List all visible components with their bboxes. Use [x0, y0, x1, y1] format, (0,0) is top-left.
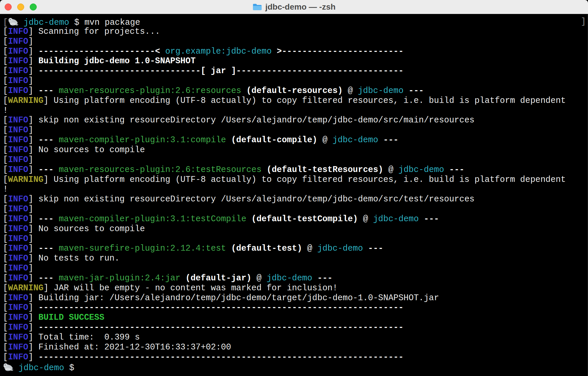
text-segment: ]: [28, 37, 33, 46]
text-segment: [226, 135, 231, 145]
terminal-line: jdbc-demo $: [3, 362, 588, 372]
close-button[interactable]: [5, 3, 12, 10]
text-segment: !: [3, 185, 8, 194]
text-segment: [241, 86, 246, 96]
terminal-line: [INFO] No sources to compile: [3, 145, 588, 155]
terminal-line: [INFO] -----------------------< org.exam…: [3, 47, 588, 57]
text-segment: ] No tests to run.: [28, 254, 119, 263]
text-segment: [ jar ]: [201, 66, 236, 76]
text-segment: ] Using platform encoding (UTF-8 actuall…: [43, 96, 566, 106]
terminal-line: [INFO] ---------------------------------…: [3, 303, 588, 313]
text-segment: ---: [363, 244, 383, 253]
terminal-line: [INFO] No tests to run.: [3, 254, 588, 263]
text-segment: (default-testResources): [267, 165, 383, 175]
terminal-line: [INFO] ---------------------------------…: [3, 352, 588, 362]
terminal-line: [WARNING] JAR will be empty - no content…: [3, 283, 588, 293]
text-segment: [: [3, 135, 8, 145]
text-segment: ----------------------------------------…: [38, 303, 404, 312]
text-segment: [226, 244, 231, 253]
text-segment: maven-compiler-plugin:3.1:compile: [59, 135, 226, 145]
text-segment: INFO: [8, 135, 28, 145]
terminal-line: [INFO] No sources to compile: [3, 224, 588, 234]
text-segment: ]: [28, 204, 33, 214]
text-segment: INFO: [8, 37, 28, 46]
text-segment: jdbc-demo: [332, 135, 378, 145]
text-segment: ] JAR will be empty - no content was mar…: [43, 283, 337, 293]
text-segment: [13, 363, 18, 373]
text-segment: INFO: [8, 323, 28, 332]
text-segment: [: [3, 313, 8, 322]
text-segment: INFO: [8, 333, 28, 342]
text-segment: [: [3, 47, 8, 56]
minimize-button[interactable]: [17, 3, 24, 10]
text-segment: maven-resources-plugin:2.6:testResources: [59, 165, 261, 175]
text-segment: INFO: [8, 194, 28, 204]
text-segment: [: [3, 125, 8, 135]
text-segment: INFO: [8, 76, 28, 86]
text-segment: ]: [28, 165, 38, 175]
text-segment: [: [3, 194, 8, 204]
terminal-line: [INFO]: [3, 125, 588, 135]
text-segment: [: [3, 214, 8, 224]
text-segment: [262, 165, 267, 175]
zoom-button[interactable]: [30, 3, 37, 10]
text-segment: <: [155, 47, 165, 56]
text-segment: --------------------------------: [38, 66, 201, 76]
text-segment: [: [3, 18, 8, 27]
text-segment: jdbc-demo: [398, 165, 444, 175]
text-segment: [: [3, 293, 8, 303]
text-segment: ]: [28, 263, 33, 273]
text-segment: [: [3, 323, 8, 332]
text-segment: ----------------------------------------…: [38, 323, 404, 332]
text-segment: [: [3, 165, 8, 175]
terminal-line: [INFO] skip non existing resourceDirecto…: [3, 115, 588, 125]
terminal-screen[interactable]: [ jdbc-demo $ mvn package][INFO] Scannin…: [0, 14, 588, 376]
text-segment: [: [3, 254, 8, 263]
text-segment: ] Scanning for projects...: [28, 27, 160, 36]
text-segment: [: [3, 224, 8, 234]
text-segment: INFO: [8, 204, 28, 214]
text-segment: ---: [38, 86, 59, 96]
text-segment: maven-compiler-plugin:3.1:testCompile: [59, 214, 246, 224]
terminal-line: [INFO] --- maven-resources-plugin:2.6:te…: [3, 165, 588, 175]
text-segment: ]: [28, 323, 38, 332]
text-segment: (default-test): [231, 244, 302, 253]
text-segment: INFO: [8, 234, 28, 244]
text-segment: (default-compile): [231, 135, 317, 145]
terminal-line: [INFO]: [3, 155, 588, 165]
text-segment: BUILD SUCCESS: [38, 313, 104, 322]
text-segment: [: [3, 263, 8, 273]
terminal-line: [INFO] BUILD SUCCESS: [3, 313, 588, 323]
window-title-text: jdbc-demo — -zsh: [265, 2, 335, 12]
terminal-line: [INFO] Finished at: 2021-12-30T16:33:37+…: [3, 342, 588, 352]
text-segment: jdbc-demo: [358, 86, 404, 96]
text-segment: >: [272, 47, 282, 56]
text-segment: INFO: [8, 263, 28, 273]
text-segment: jdbc-demo: [18, 363, 64, 373]
text-segment: [18, 18, 23, 27]
title-bar[interactable]: jdbc-demo — -zsh: [0, 0, 588, 14]
terminal-line: !: [3, 106, 588, 116]
text-segment: INFO: [8, 165, 28, 175]
text-segment: WARNING: [8, 283, 43, 293]
text-segment: jdbc-demo: [373, 214, 419, 224]
terminal-line: [INFO] --- maven-resources-plugin:2.6:re…: [3, 86, 588, 96]
text-segment: ] Building jar: /Users/alejandro/temp/jd…: [28, 293, 439, 303]
text-segment: ] Finished at: 2021-12-30T16:33:37+02:00: [28, 342, 231, 352]
text-segment: $: [64, 363, 74, 373]
text-segment: ]: [28, 47, 38, 56]
text-segment: INFO: [8, 342, 28, 352]
text-segment: [: [3, 86, 8, 96]
text-segment: INFO: [8, 125, 28, 135]
text-segment: ---: [378, 135, 399, 145]
text-segment: ---: [38, 214, 59, 224]
terminal-line: [WARNING] Using platform encoding (UTF-8…: [3, 175, 588, 185]
command-mark-right: ]: [581, 17, 586, 27]
text-segment: @: [317, 135, 332, 145]
text-segment: [246, 214, 251, 224]
terminal-line: [INFO] Scanning for projects...: [3, 27, 588, 37]
text-segment: INFO: [8, 224, 28, 234]
text-segment: jdbc-demo: [317, 244, 363, 253]
text-segment: INFO: [8, 303, 28, 312]
text-segment: ] No sources to compile: [28, 224, 145, 234]
